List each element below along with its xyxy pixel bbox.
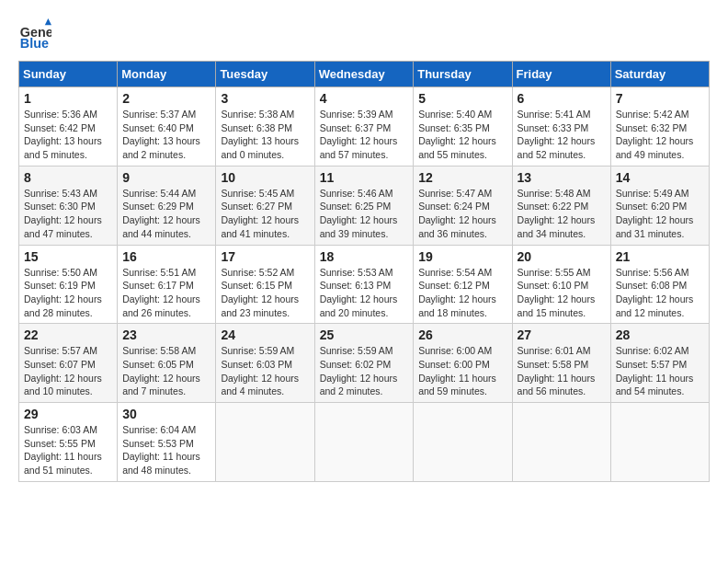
svg-text:Blue: Blue bbox=[20, 36, 49, 51]
day-detail: Sunrise: 5:50 AMSunset: 6:19 PMDaylight:… bbox=[24, 266, 112, 320]
sunrise-line: Sunrise: 5:42 AM bbox=[616, 109, 689, 120]
sunset-line: Sunset: 6:02 PM bbox=[320, 359, 392, 370]
daylight-label: Daylight: 11 hours and 56 minutes. bbox=[518, 373, 596, 397]
day-detail: Sunrise: 6:01 AMSunset: 5:58 PMDaylight:… bbox=[518, 344, 606, 398]
sunrise-line: Sunrise: 5:41 AM bbox=[518, 109, 591, 120]
sunset-line: Sunset: 6:24 PM bbox=[418, 201, 490, 212]
day-detail: Sunrise: 5:52 AMSunset: 6:15 PMDaylight:… bbox=[221, 266, 309, 320]
sunrise-line: Sunrise: 6:00 AM bbox=[418, 345, 492, 356]
calendar-cell: 2Sunrise: 5:37 AMSunset: 6:40 PMDaylight… bbox=[118, 87, 216, 167]
sunrise-line: Sunrise: 5:47 AM bbox=[418, 188, 492, 199]
sunrise-line: Sunrise: 5:37 AM bbox=[122, 109, 196, 120]
calendar-cell: 3Sunrise: 5:38 AMSunset: 6:38 PMDaylight… bbox=[216, 87, 314, 167]
day-detail: Sunrise: 5:41 AMSunset: 6:33 PMDaylight:… bbox=[518, 108, 606, 162]
daylight-label: Daylight: 12 hours and 28 minutes. bbox=[24, 293, 102, 318]
calendar-cell: 30Sunrise: 6:04 AMSunset: 5:53 PMDayligh… bbox=[118, 403, 216, 482]
day-detail: Sunrise: 5:59 AMSunset: 6:03 PMDaylight:… bbox=[221, 344, 309, 398]
calendar-cell: 25Sunrise: 5:59 AMSunset: 6:02 PMDayligh… bbox=[314, 324, 414, 403]
day-number: 5 bbox=[418, 91, 506, 106]
calendar-cell: 11Sunrise: 5:46 AMSunset: 6:25 PMDayligh… bbox=[314, 166, 414, 245]
day-number: 11 bbox=[320, 170, 409, 185]
sunset-line: Sunset: 6:37 PM bbox=[320, 122, 392, 133]
calendar-cell: 10Sunrise: 5:45 AMSunset: 6:27 PMDayligh… bbox=[216, 166, 314, 245]
daylight-label: Daylight: 12 hours and 31 minutes. bbox=[616, 214, 694, 239]
sunrise-line: Sunrise: 5:49 AM bbox=[616, 188, 689, 199]
sunset-line: Sunset: 6:03 PM bbox=[221, 359, 292, 370]
sunset-line: Sunset: 6:33 PM bbox=[518, 122, 589, 133]
calendar-cell: 24Sunrise: 5:59 AMSunset: 6:03 PMDayligh… bbox=[216, 324, 314, 403]
day-detail: Sunrise: 5:39 AMSunset: 6:37 PMDaylight:… bbox=[320, 108, 409, 162]
day-number: 29 bbox=[24, 407, 112, 421]
sunset-line: Sunset: 6:20 PM bbox=[616, 201, 688, 212]
sunrise-line: Sunrise: 5:40 AM bbox=[418, 109, 492, 120]
calendar-cell: 1Sunrise: 5:36 AMSunset: 6:42 PMDaylight… bbox=[19, 87, 118, 167]
sunset-line: Sunset: 6:40 PM bbox=[122, 122, 194, 133]
calendar-cell bbox=[314, 403, 414, 482]
day-number: 12 bbox=[418, 170, 506, 185]
calendar-cell: 16Sunrise: 5:51 AMSunset: 6:17 PMDayligh… bbox=[118, 245, 216, 324]
calendar-table: SundayMondayTuesdayWednesdayThursdayFrid… bbox=[18, 61, 710, 482]
day-number: 21 bbox=[616, 249, 704, 264]
calendar-cell: 22Sunrise: 5:57 AMSunset: 6:07 PMDayligh… bbox=[19, 324, 118, 403]
daylight-label: Daylight: 12 hours and 4 minutes. bbox=[221, 373, 299, 397]
sunset-line: Sunset: 6:12 PM bbox=[418, 280, 490, 291]
sunrise-line: Sunrise: 5:46 AM bbox=[320, 188, 393, 199]
sunrise-line: Sunrise: 5:54 AM bbox=[418, 267, 492, 278]
calendar-cell bbox=[414, 403, 512, 482]
sunset-line: Sunset: 6:13 PM bbox=[320, 280, 392, 291]
day-detail: Sunrise: 5:42 AMSunset: 6:32 PMDaylight:… bbox=[616, 108, 704, 162]
sunset-line: Sunset: 6:22 PM bbox=[518, 201, 589, 212]
sunrise-line: Sunrise: 5:48 AM bbox=[518, 188, 591, 199]
day-detail: Sunrise: 6:04 AMSunset: 5:53 PMDaylight:… bbox=[122, 423, 210, 477]
day-detail: Sunrise: 5:44 AMSunset: 6:29 PMDaylight:… bbox=[122, 187, 210, 241]
daylight-label: Daylight: 11 hours and 54 minutes. bbox=[616, 373, 694, 397]
sunrise-line: Sunrise: 5:56 AM bbox=[616, 267, 689, 278]
sunrise-line: Sunrise: 5:55 AM bbox=[518, 267, 591, 278]
day-number: 14 bbox=[616, 170, 704, 185]
calendar-cell: 6Sunrise: 5:41 AMSunset: 6:33 PMDaylight… bbox=[512, 87, 610, 167]
day-detail: Sunrise: 5:54 AMSunset: 6:12 PMDaylight:… bbox=[418, 266, 506, 320]
sunset-line: Sunset: 6:17 PM bbox=[122, 280, 194, 291]
day-of-week-header: Thursday bbox=[414, 62, 512, 87]
calendar-cell: 28Sunrise: 6:02 AMSunset: 5:57 PMDayligh… bbox=[610, 324, 709, 403]
day-detail: Sunrise: 5:43 AMSunset: 6:30 PMDaylight:… bbox=[24, 187, 112, 241]
day-number: 18 bbox=[320, 249, 409, 264]
day-detail: Sunrise: 5:48 AMSunset: 6:22 PMDaylight:… bbox=[518, 187, 606, 241]
day-number: 7 bbox=[616, 91, 704, 106]
daylight-label: Daylight: 12 hours and 57 minutes. bbox=[320, 135, 398, 160]
sunset-line: Sunset: 5:55 PM bbox=[24, 438, 96, 449]
daylight-label: Daylight: 12 hours and 2 minutes. bbox=[320, 373, 398, 397]
day-number: 26 bbox=[418, 327, 506, 342]
sunset-line: Sunset: 6:19 PM bbox=[24, 280, 96, 291]
logo-icon: General Blue bbox=[18, 18, 51, 52]
day-number: 24 bbox=[221, 327, 309, 342]
sunset-line: Sunset: 6:10 PM bbox=[518, 280, 589, 291]
sunrise-line: Sunrise: 6:01 AM bbox=[518, 345, 591, 356]
day-number: 10 bbox=[221, 170, 309, 185]
calendar-header-row: SundayMondayTuesdayWednesdayThursdayFrid… bbox=[19, 62, 710, 87]
sunrise-line: Sunrise: 5:57 AM bbox=[24, 345, 97, 356]
sunset-line: Sunset: 6:08 PM bbox=[616, 280, 688, 291]
daylight-label: Daylight: 12 hours and 39 minutes. bbox=[320, 214, 398, 239]
calendar-cell: 9Sunrise: 5:44 AMSunset: 6:29 PMDaylight… bbox=[118, 166, 216, 245]
daylight-label: Daylight: 13 hours and 2 minutes. bbox=[122, 135, 200, 160]
day-of-week-header: Monday bbox=[118, 62, 216, 87]
sunset-line: Sunset: 6:35 PM bbox=[418, 122, 490, 133]
day-detail: Sunrise: 5:40 AMSunset: 6:35 PMDaylight:… bbox=[418, 108, 506, 162]
day-number: 28 bbox=[616, 327, 704, 342]
daylight-label: Daylight: 12 hours and 18 minutes. bbox=[418, 293, 496, 318]
calendar-cell: 18Sunrise: 5:53 AMSunset: 6:13 PMDayligh… bbox=[314, 245, 414, 324]
daylight-label: Daylight: 12 hours and 23 minutes. bbox=[221, 293, 299, 318]
day-detail: Sunrise: 5:53 AMSunset: 6:13 PMDaylight:… bbox=[320, 266, 409, 320]
sunrise-line: Sunrise: 5:36 AM bbox=[24, 109, 97, 120]
sunrise-line: Sunrise: 5:51 AM bbox=[122, 267, 196, 278]
daylight-label: Daylight: 12 hours and 36 minutes. bbox=[418, 214, 496, 239]
daylight-label: Daylight: 12 hours and 44 minutes. bbox=[122, 214, 200, 239]
sunset-line: Sunset: 6:27 PM bbox=[221, 201, 292, 212]
daylight-label: Daylight: 12 hours and 26 minutes. bbox=[122, 293, 200, 318]
sunset-line: Sunset: 6:07 PM bbox=[24, 359, 96, 370]
sunset-line: Sunset: 6:05 PM bbox=[122, 359, 194, 370]
sunset-line: Sunset: 6:32 PM bbox=[616, 122, 688, 133]
daylight-label: Daylight: 12 hours and 12 minutes. bbox=[616, 293, 694, 318]
day-detail: Sunrise: 6:03 AMSunset: 5:55 PMDaylight:… bbox=[24, 423, 112, 477]
